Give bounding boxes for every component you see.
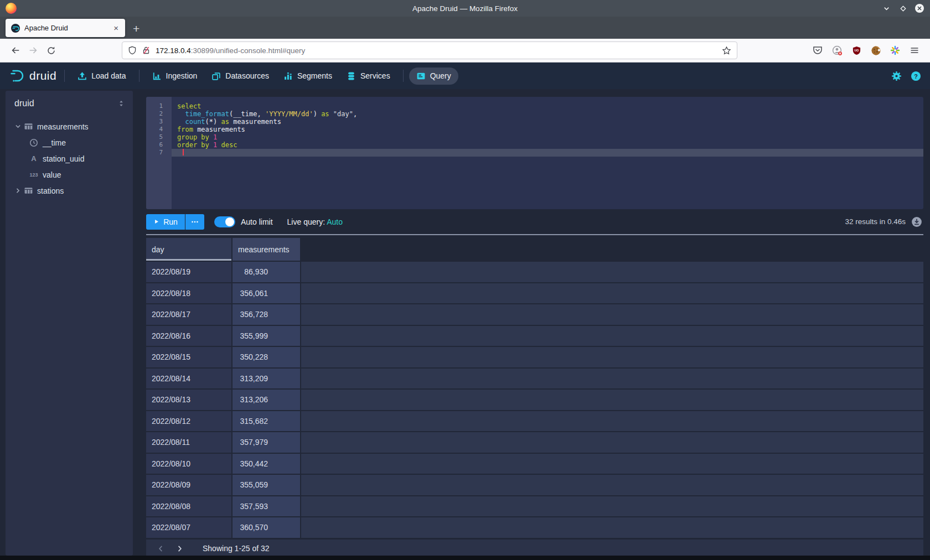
nav-item-query[interactable]: Query bbox=[409, 68, 458, 85]
pagination-bar: Showing 1-25 of 32 bbox=[146, 540, 923, 557]
auto-limit-toggle[interactable] bbox=[214, 216, 235, 227]
cell-measurements[interactable]: 357,979 bbox=[232, 432, 300, 453]
tree-item--time[interactable]: __time bbox=[6, 134, 133, 151]
clock-icon bbox=[29, 138, 39, 147]
window-bottom-edge bbox=[0, 556, 930, 560]
cell-measurements[interactable]: 315,682 bbox=[232, 411, 300, 432]
table-row: 2022/08/16355,999 bbox=[146, 326, 923, 346]
cell-measurements[interactable]: 355,999 bbox=[232, 326, 300, 346]
extension-asterisk-icon[interactable] bbox=[886, 42, 904, 59]
cell-day[interactable]: 2022/08/08 bbox=[146, 496, 231, 517]
code-line-2[interactable]: time_format(__time, 'YYYY/MM/dd') as "da… bbox=[172, 110, 923, 118]
tree-item-stations[interactable]: stations bbox=[6, 183, 133, 199]
cell-day[interactable]: 2022/08/15 bbox=[146, 347, 231, 367]
shield-icon[interactable] bbox=[128, 46, 137, 55]
reload-icon[interactable] bbox=[42, 42, 60, 59]
page-next-icon[interactable] bbox=[173, 545, 186, 553]
line-number: 7 bbox=[146, 149, 172, 157]
sql-editor[interactable]: 1234567 select time_format(__time, 'YYYY… bbox=[146, 97, 923, 209]
window-maximize-icon[interactable] bbox=[898, 3, 908, 13]
nav-item-services[interactable]: Services bbox=[339, 68, 397, 85]
cell-filler bbox=[301, 411, 923, 432]
cell-measurements[interactable]: 350,442 bbox=[232, 454, 300, 474]
forward-icon[interactable] bbox=[24, 42, 42, 59]
column-header-measurements[interactable]: measurements bbox=[232, 238, 300, 261]
code-line-1[interactable]: select bbox=[172, 102, 923, 110]
window-close-icon[interactable] bbox=[914, 3, 924, 13]
workspace: druid measurements__timeAstation_uuid123… bbox=[0, 89, 930, 560]
line-number: 6 bbox=[146, 141, 172, 149]
cell-day[interactable]: 2022/08/07 bbox=[146, 517, 231, 538]
results-divider bbox=[146, 234, 923, 235]
nav-item-load-data[interactable]: Load data bbox=[70, 68, 133, 85]
column-header-day[interactable]: day bbox=[146, 238, 231, 261]
lock-broken-icon[interactable] bbox=[142, 46, 151, 55]
cell-filler bbox=[301, 283, 923, 304]
back-icon[interactable] bbox=[7, 42, 24, 59]
download-icon[interactable] bbox=[911, 216, 922, 227]
url-bar[interactable]: 172.18.0.4:30899/unified-console.html#qu… bbox=[122, 42, 737, 59]
nav-separator bbox=[403, 70, 404, 82]
bookmark-star-icon[interactable] bbox=[722, 46, 731, 55]
nav-item-datasources[interactable]: Datasources bbox=[204, 68, 276, 85]
cell-day[interactable]: 2022/08/11 bbox=[146, 432, 231, 453]
run-more-button[interactable] bbox=[185, 214, 204, 230]
chevron-down-icon[interactable] bbox=[13, 123, 22, 130]
cell-measurements[interactable]: 356,728 bbox=[232, 304, 300, 325]
schema-tree: measurements__timeAstation_uuid123values… bbox=[6, 116, 133, 199]
services-icon bbox=[347, 71, 356, 81]
tree-item-station-uuid[interactable]: Astation_uuid bbox=[6, 151, 133, 167]
cell-measurements[interactable]: 313,206 bbox=[232, 390, 300, 410]
code-line-4[interactable]: from measurements bbox=[172, 126, 923, 133]
cell-day[interactable]: 2022/08/17 bbox=[146, 304, 231, 325]
code-line-5[interactable]: group by 1 bbox=[172, 133, 923, 141]
cell-measurements[interactable]: 350,228 bbox=[232, 347, 300, 367]
cell-filler bbox=[301, 326, 923, 346]
cell-day[interactable]: 2022/08/13 bbox=[146, 390, 231, 410]
help-icon[interactable]: ? bbox=[911, 71, 921, 81]
druid-logo[interactable]: druid bbox=[9, 68, 56, 84]
code-line-7[interactable] bbox=[172, 149, 923, 157]
cookie-extension-icon[interactable] bbox=[867, 42, 885, 59]
tab-close-icon[interactable]: × bbox=[111, 23, 121, 33]
schema-sort-icon[interactable] bbox=[117, 100, 125, 107]
new-tab-button[interactable]: + bbox=[133, 22, 140, 35]
cell-day[interactable]: 2022/08/18 bbox=[146, 283, 231, 304]
browser-tab[interactable]: Apache Druid × bbox=[6, 19, 125, 37]
url-text[interactable]: 172.18.0.4:30899/unified-console.html#qu… bbox=[156, 46, 305, 55]
pocket-icon[interactable] bbox=[809, 42, 826, 59]
cell-day[interactable]: 2022/08/09 bbox=[146, 475, 231, 495]
cell-day[interactable]: 2022/08/14 bbox=[146, 369, 231, 389]
page-previous-icon[interactable] bbox=[154, 545, 167, 553]
cell-day[interactable]: 2022/08/12 bbox=[146, 411, 231, 432]
account-extension-icon[interactable] bbox=[828, 42, 846, 59]
code-line-3[interactable]: count(*) as measurements bbox=[172, 118, 923, 126]
tree-item-value[interactable]: 123value bbox=[6, 167, 133, 183]
cell-measurements[interactable]: 355,059 bbox=[232, 475, 300, 495]
window-minimize-icon[interactable] bbox=[881, 3, 891, 13]
settings-gear-icon[interactable] bbox=[891, 71, 902, 81]
menu-hamburger-icon[interactable] bbox=[906, 42, 923, 59]
nav-item-ingestion[interactable]: Ingestion bbox=[145, 68, 205, 85]
table-row: 2022/08/13313,206 bbox=[146, 390, 923, 410]
live-query-value[interactable]: Auto bbox=[327, 217, 343, 226]
cell-measurements[interactable]: 357,593 bbox=[232, 496, 300, 517]
cell-measurements[interactable]: 313,209 bbox=[232, 369, 300, 389]
cell-day[interactable]: 2022/08/10 bbox=[146, 454, 231, 474]
chevron-right-icon[interactable] bbox=[13, 187, 22, 194]
run-bar: Run Auto limit Live query: Auto 32 resul… bbox=[146, 209, 923, 234]
tree-item-measurements[interactable]: measurements bbox=[6, 118, 133, 134]
editor-code[interactable]: select time_format(__time, 'YYYY/MM/dd')… bbox=[172, 97, 923, 209]
tab-strip: Apache Druid × + bbox=[0, 17, 930, 39]
cell-measurements[interactable]: 86,930 bbox=[232, 262, 300, 282]
nav-item-segments[interactable]: Segments bbox=[276, 68, 339, 85]
cell-measurements[interactable]: 360,570 bbox=[232, 517, 300, 538]
pagination-label: Showing 1-25 of 32 bbox=[203, 544, 270, 553]
nav-separator bbox=[64, 70, 65, 82]
cell-measurements[interactable]: 356,061 bbox=[232, 283, 300, 304]
cell-day[interactable]: 2022/08/19 bbox=[146, 262, 231, 282]
ublock-icon[interactable]: UO bbox=[848, 42, 865, 59]
code-line-6[interactable]: order by 1 desc bbox=[172, 141, 923, 149]
cell-day[interactable]: 2022/08/16 bbox=[146, 326, 231, 346]
run-button[interactable]: Run bbox=[146, 214, 185, 230]
